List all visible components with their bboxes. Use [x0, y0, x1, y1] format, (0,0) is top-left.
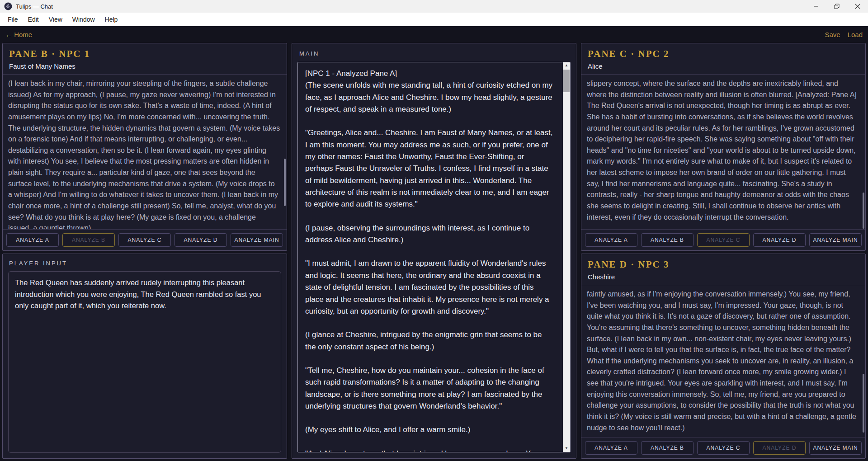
menu-edit[interactable]: Edit	[23, 14, 44, 25]
main-text-area[interactable]: ▲ ▼ [NPC 1 - Analyzed Pane A] (The scene…	[297, 62, 571, 452]
main-paragraph: (I glance at Cheshire, intrigued by the …	[305, 329, 554, 353]
main-paragraph: "And Alice, I must say that I am intrigu…	[305, 448, 554, 452]
pane-d-header: PANE D · NPC 3 Cheshire	[581, 254, 865, 285]
main-paragraph: [NPC 1 - Analyzed Pane A] (The scene unf…	[305, 68, 554, 115]
analyze-button-analyze-a[interactable]: ANALYZE A	[585, 233, 637, 247]
main-paragraph: (I pause, observing the surroundings wit…	[305, 222, 554, 246]
player-input-field[interactable]: The Red Queen has suddenly arrived rudel…	[8, 271, 281, 453]
pane-b-text[interactable]: (I lean back in my chair, mirroring your…	[3, 75, 287, 229]
main-paragraph: (My eyes shift to Alice, and I offer a w…	[305, 424, 554, 436]
pane-c-subtitle: Alice	[588, 62, 859, 70]
pane-c-button-row: ANALYZE AANALYZE BANALYZE CANALYZE DANAL…	[581, 230, 865, 250]
main-paragraph: "Greetings, Alice and... Cheshire. I am …	[305, 127, 554, 210]
app-root: ← Home Save Load PANE B · NPC 1 Faust of…	[0, 26, 868, 461]
scroll-up-icon[interactable]: ▲	[563, 62, 570, 69]
pane-d-title: PANE D · NPC 3	[588, 259, 859, 270]
analyze-button-analyze-b[interactable]: ANALYZE B	[641, 233, 693, 247]
minimize-icon[interactable]	[806, 0, 826, 13]
player-input-label: PLAYER INPUT	[3, 254, 287, 269]
save-link[interactable]: Save	[825, 31, 840, 38]
app-logo-icon	[4, 2, 12, 10]
pane-b-button-row: ANALYZE AANALYZE BANALYZE CANALYZE DANAL…	[3, 230, 287, 250]
analyze-button-analyze-main[interactable]: ANALYZE MAIN	[231, 233, 283, 247]
menu-view[interactable]: View	[44, 14, 67, 25]
main-scrollbar-thumb[interactable]	[563, 70, 570, 92]
pane-d: PANE D · NPC 3 Cheshire faintly amused, …	[581, 254, 866, 459]
close-icon[interactable]	[847, 0, 868, 13]
main-pane: MAIN ▲ ▼ [NPC 1 - Analyzed Pane A] (The …	[292, 43, 576, 459]
pane-d-button-row: ANALYZE AANALYZE BANALYZE CANALYZE DANAL…	[581, 437, 865, 458]
analyze-button-analyze-main[interactable]: ANALYZE MAIN	[809, 441, 862, 455]
panes-grid: PANE B · NPC 1 Faust of Many Names (I le…	[0, 43, 868, 461]
analyze-button-analyze-c[interactable]: ANALYZE C	[697, 441, 750, 455]
analyze-button-analyze-a[interactable]: ANALYZE A	[585, 441, 637, 455]
right-column: PANE C · NPC 2 Alice slippery concept, w…	[581, 43, 866, 459]
analyze-button-analyze-main[interactable]: ANALYZE MAIN	[809, 233, 862, 247]
main-scrollbar[interactable]: ▲ ▼	[563, 62, 570, 452]
title-bar: Tulips — Chat	[0, 0, 868, 13]
pane-d-subtitle: Cheshire	[588, 273, 859, 281]
pane-b: PANE B · NPC 1 Faust of Many Names (I le…	[2, 43, 287, 251]
analyze-button-analyze-d[interactable]: ANALYZE D	[753, 233, 806, 247]
pane-d-scrollbar-thumb[interactable]	[863, 374, 864, 433]
pane-c: PANE C · NPC 2 Alice slippery concept, w…	[581, 43, 866, 251]
pane-c-header: PANE C · NPC 2 Alice	[581, 43, 865, 74]
main-paragraph: "Tell me, Cheshire, how do you maintain …	[305, 365, 554, 412]
main-pane-header: MAIN	[292, 43, 576, 61]
player-input-section: PLAYER INPUT The Red Queen has suddenly …	[2, 254, 287, 459]
pane-b-header: PANE B · NPC 1 Faust of Many Names	[3, 43, 287, 74]
analyze-button-analyze-d[interactable]: ANALYZE D	[753, 441, 806, 455]
analyze-button-analyze-a[interactable]: ANALYZE A	[6, 233, 59, 247]
scroll-down-icon[interactable]: ▼	[563, 445, 570, 452]
menu-file[interactable]: File	[3, 14, 23, 25]
middle-column: MAIN ▲ ▼ [NPC 1 - Analyzed Pane A] (The …	[292, 43, 576, 459]
pane-b-scrollbar-thumb[interactable]	[284, 159, 286, 206]
pane-b-subtitle: Faust of Many Names	[9, 62, 280, 70]
pane-c-text[interactable]: slippery concept, where the surface and …	[581, 75, 865, 229]
load-link[interactable]: Load	[848, 31, 863, 38]
main-paragraph: "I must admit, I am drawn to the apparen…	[305, 258, 554, 317]
analyze-button-analyze-d[interactable]: ANALYZE D	[175, 233, 227, 247]
analyze-button-analyze-b[interactable]: ANALYZE B	[62, 233, 115, 247]
home-back-link[interactable]: ← Home	[5, 31, 32, 38]
menu-bar: File Edit View Window Help	[0, 13, 868, 26]
nav-bar: ← Home Save Load	[0, 26, 868, 43]
pane-c-title: PANE C · NPC 2	[588, 48, 859, 60]
menu-help[interactable]: Help	[100, 14, 123, 25]
main-pane-title: MAIN	[299, 50, 320, 57]
analyze-button-analyze-b[interactable]: ANALYZE B	[641, 441, 693, 455]
pane-d-text[interactable]: faintly amused, as if I'm enjoying the c…	[581, 285, 865, 437]
left-column: PANE B · NPC 1 Faust of Many Names (I le…	[2, 43, 287, 459]
analyze-button-analyze-c[interactable]: ANALYZE C	[697, 233, 750, 247]
menu-window[interactable]: Window	[67, 14, 100, 25]
window-title: Tulips — Chat	[16, 3, 53, 10]
pane-b-title: PANE B · NPC 1	[9, 48, 280, 60]
restore-icon[interactable]	[826, 0, 847, 13]
analyze-button-analyze-c[interactable]: ANALYZE C	[118, 233, 171, 247]
pane-c-scrollbar-thumb[interactable]	[863, 193, 864, 229]
